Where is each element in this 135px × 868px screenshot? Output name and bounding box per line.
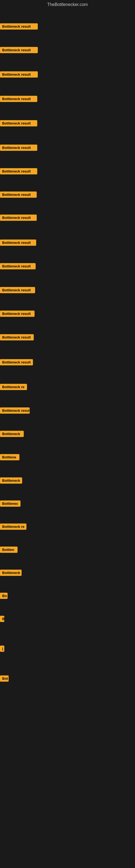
list-item: Bottleneck result — [0, 287, 35, 293]
list-item: Bottleneck — [0, 477, 22, 484]
list-item: Bot — [0, 675, 9, 682]
bottleneck-badge[interactable]: Bottleneck — [0, 569, 21, 576]
bottleneck-badge[interactable]: Bottleneck result — [0, 263, 36, 269]
list-item: Bottleneck — [0, 569, 21, 576]
list-item: Bottleneck re — [0, 524, 27, 530]
bottleneck-badge[interactable]: Bottleneck result — [0, 359, 33, 365]
bottleneck-badge[interactable]: Bottlene — [0, 454, 19, 460]
list-item: Bottleneck — [0, 431, 24, 437]
bottleneck-badge[interactable]: Bo — [0, 593, 8, 599]
bottleneck-badge[interactable]: Bottleneck result — [0, 334, 34, 340]
bottleneck-badge[interactable]: Bottlen — [0, 547, 17, 553]
bottleneck-badge[interactable]: Bottleneck result — [0, 47, 38, 53]
list-item: Bottleneck re — [0, 384, 27, 390]
list-item: Bottleneck result — [0, 23, 38, 30]
bottleneck-badge[interactable]: Bottleneck re — [0, 384, 27, 390]
list-item: Bottleneck result — [0, 145, 37, 151]
list-item: Bottleneck result — [0, 71, 38, 78]
list-item: Bo — [0, 593, 8, 599]
bottleneck-badge[interactable]: | — [0, 646, 4, 652]
bottleneck-badge[interactable]: Bottleneck result — [0, 145, 37, 151]
list-item: Bottleneck result — [0, 240, 36, 246]
bottleneck-badge[interactable]: Bottleneck result — [0, 191, 37, 198]
list-item: Bottleneck result — [0, 191, 37, 198]
list-item: Bottleneck result — [0, 168, 37, 175]
bottleneck-badge[interactable]: Bottleneck result — [0, 120, 37, 126]
list-item: | — [0, 646, 4, 652]
list-item: Bottleneck result — [0, 96, 37, 102]
list-item: Bottleneck result — [0, 215, 37, 221]
bottleneck-badge[interactable]: Bottleneck result — [0, 96, 37, 102]
list-item: Bottleneck result — [0, 311, 35, 317]
list-item: Bottleneck result — [0, 47, 38, 53]
bottleneck-badge[interactable]: Bottlenec — [0, 500, 20, 507]
list-item: Bottlenec — [0, 500, 20, 507]
bottleneck-badge[interactable]: Bot — [0, 675, 9, 682]
list-item: B — [0, 616, 4, 622]
bottleneck-badge[interactable]: B — [0, 616, 4, 622]
bottleneck-badge[interactable]: Bottleneck result — [0, 311, 35, 317]
bottleneck-badge[interactable]: Bottleneck result — [0, 240, 36, 246]
list-item: Bottleneck result — [0, 359, 33, 365]
bottleneck-badge[interactable]: Bottleneck result — [0, 23, 38, 30]
list-item: Bottleneck result — [0, 263, 36, 269]
list-item: Bottleneck resul — [0, 407, 30, 414]
list-item: Bottleneck result — [0, 334, 34, 340]
list-item: Bottlen — [0, 547, 17, 553]
bottleneck-badge[interactable]: Bottleneck result — [0, 71, 38, 78]
bottleneck-badge[interactable]: Bottleneck result — [0, 287, 35, 293]
bottleneck-badge[interactable]: Bottleneck resul — [0, 407, 30, 414]
list-item: Bottlene — [0, 454, 19, 460]
bottleneck-badge[interactable]: Bottleneck re — [0, 524, 27, 530]
bottleneck-badge[interactable]: Bottleneck result — [0, 215, 37, 221]
bottleneck-badge[interactable]: Bottleneck — [0, 431, 24, 437]
site-title: TheBottlenecker.com — [0, 0, 135, 8]
bottleneck-badge[interactable]: Bottleneck — [0, 477, 22, 484]
bottleneck-badge[interactable]: Bottleneck result — [0, 168, 37, 175]
list-item: Bottleneck result — [0, 120, 37, 126]
